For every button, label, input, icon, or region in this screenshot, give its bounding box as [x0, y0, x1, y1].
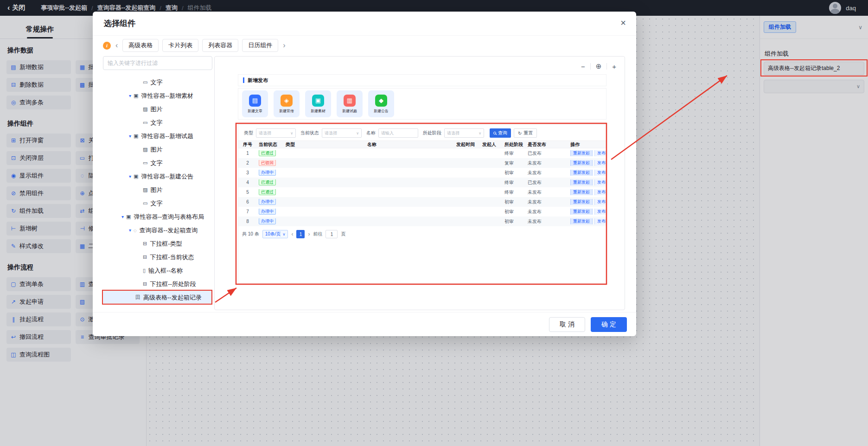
row-actions-cell: 重新发起发布 — [568, 170, 607, 176]
confirm-button[interactable]: 确 定 — [591, 317, 627, 332]
tree-item[interactable]: ▭文字 — [103, 197, 212, 210]
publish-button[interactable]: 发布 — [594, 160, 607, 166]
publish-button[interactable]: 发布 — [594, 179, 607, 185]
page-size-select[interactable]: 10条/页 ∨ — [262, 230, 288, 238]
preview-filter-bar: 类型请选择∨当前状态请选择∨名称请输入所处阶段请选择∨ 查询 ↻ 重置 — [238, 125, 606, 140]
tree-item-label: 高级表格--发起箱记录 — [143, 293, 202, 302]
publish-button[interactable]: 发布 — [594, 150, 607, 156]
publish-button[interactable]: 发布 — [594, 199, 607, 205]
chevron-right-icon[interactable]: › — [283, 41, 285, 50]
close-icon[interactable]: × — [620, 18, 626, 27]
tree-item[interactable]: ▨图片 — [103, 102, 212, 116]
filter-input[interactable]: 请输入 — [378, 128, 418, 138]
publish-button[interactable]: 发布 — [594, 218, 607, 224]
restart-button[interactable]: 重新发起 — [570, 179, 593, 185]
quick-action-new-question[interactable]: ▥新建试题 — [337, 90, 363, 117]
quick-action-new-promo[interactable]: ◈新建宣传 — [274, 90, 300, 117]
restart-button[interactable]: 重新发起 — [570, 189, 593, 195]
tab-高级表格[interactable]: 高级表格 — [122, 39, 159, 52]
tree-item-label: 弹性容器--查询与表格布局 — [134, 213, 204, 221]
current-page[interactable]: 1 — [296, 230, 305, 238]
component-tree-panel: 输入关键字进行过滤 ▭文字▾▣弹性容器--新增素材▨图片▭文字▾▣弹性容器--新… — [103, 56, 212, 310]
filter-select[interactable]: 请选择∨ — [444, 128, 484, 138]
restart-button[interactable]: 重新发起 — [570, 150, 593, 156]
filter-select[interactable]: 请选择∨ — [322, 128, 362, 138]
caret-down-icon[interactable]: ▾ — [121, 214, 124, 219]
tab-卡片列表[interactable]: 卡片列表 — [162, 39, 198, 52]
status-badge: 办理中 — [259, 199, 276, 205]
new-notice-icon: ◆ — [375, 95, 387, 107]
jump-page-input[interactable]: 1 — [326, 230, 338, 238]
prev-page-icon[interactable]: ‹ — [291, 231, 293, 237]
table-cell: 初审 — [503, 199, 526, 205]
tree-item[interactable]: ▨图片 — [103, 183, 212, 197]
quick-action-label: 新建宣传 — [279, 108, 294, 114]
quick-actions: ▤新建文章◈新建宣传▣新建素材▥新建试题◆新建公告 — [238, 88, 606, 120]
table-row: 7办理中初审未发布重新发起发布 — [238, 207, 606, 217]
tree-item[interactable]: ⊟下拉框-类型 — [103, 237, 212, 250]
tree-item[interactable]: ▭文字 — [103, 156, 212, 170]
cancel-button[interactable]: 取 消 — [549, 317, 585, 332]
restart-button[interactable]: 重新发起 — [570, 170, 593, 176]
modal-header: 选择组件 × — [93, 12, 636, 36]
zoom-in-icon[interactable]: + — [612, 63, 616, 70]
tree-item-label: 图片 — [150, 105, 162, 114]
next-page-icon[interactable]: › — [308, 231, 310, 237]
tree-item-label: 图片 — [150, 146, 162, 154]
caret-down-icon[interactable]: ▾ — [129, 174, 131, 179]
tree-item[interactable]: ⊟下拉框-当前状态 — [103, 250, 212, 264]
publish-button[interactable]: 发布 — [594, 170, 607, 176]
restart-button[interactable]: 重新发起 — [570, 209, 593, 215]
image-icon: ▨ — [143, 187, 147, 193]
filter-label: 名称 — [366, 130, 376, 136]
preview-query-button[interactable]: 查询 — [490, 128, 511, 138]
caret-down-icon[interactable]: ▾ — [129, 93, 131, 98]
table-cell: 办理中 — [257, 209, 284, 215]
table-cell: 6 — [238, 199, 257, 204]
zoom-out-icon[interactable]: − — [581, 63, 585, 70]
table-cell: 终审 — [503, 179, 526, 186]
tree-item[interactable]: ▯输入框--名称 — [103, 264, 212, 277]
tree-item[interactable]: ▭文字 — [103, 76, 212, 89]
tree-item[interactable]: ▨图片 — [103, 143, 212, 156]
restart-button[interactable]: 重新发起 — [570, 160, 593, 166]
quick-action-new-material[interactable]: ▣新建素材 — [305, 90, 331, 117]
new-material-icon: ▣ — [312, 95, 324, 107]
quick-action-new-notice[interactable]: ◆新建公告 — [368, 90, 394, 117]
zoom-fit-icon[interactable]: ⊕ — [596, 62, 602, 70]
caret-down-icon[interactable]: ▾ — [129, 134, 131, 139]
chevron-left-icon[interactable]: ‹ — [115, 41, 118, 50]
text-icon: ▭ — [143, 160, 147, 166]
table-cell: 已发布 — [526, 179, 568, 186]
filter-select[interactable]: 请选择∨ — [256, 128, 296, 138]
quick-action-new-article[interactable]: ▤新建文章 — [242, 90, 268, 117]
publish-button[interactable]: 发布 — [594, 189, 607, 195]
restart-button[interactable]: 重新发起 — [570, 218, 593, 224]
select-icon: ⊟ — [143, 241, 147, 247]
tree-item[interactable]: ▾▣弹性容器--查询与表格布局 — [103, 210, 212, 223]
restart-button[interactable]: 重新发起 — [570, 199, 593, 205]
container-icon: ▣ — [134, 133, 138, 139]
tree-item[interactable]: ▾◌查询容器--发起箱查询 — [103, 223, 212, 237]
tree-item[interactable]: ▾▣弹性容器--新增试题 — [103, 129, 212, 143]
select-icon: ⊟ — [143, 254, 147, 260]
status-badge: 办理中 — [259, 170, 276, 176]
table-cell: 办理中 — [257, 170, 284, 176]
tree-item[interactable]: ⊟下拉框--所处阶段 — [103, 277, 212, 291]
tree-item-label: 图片 — [150, 186, 162, 194]
tree-item[interactable]: 田高级表格--发起箱记录 — [103, 291, 212, 304]
chevron-down-icon: ∨ — [356, 131, 359, 135]
preview-reset-button[interactable]: ↻ 重置 — [514, 128, 537, 138]
tab-日历组件[interactable]: 日历组件 — [242, 39, 278, 52]
tab-列表容器[interactable]: 列表容器 — [202, 39, 238, 52]
tree-item[interactable]: ▾▣弹性容器--新增素材 — [103, 89, 212, 102]
tree-item[interactable]: ▭文字 — [103, 116, 212, 129]
publish-button[interactable]: 发布 — [594, 209, 607, 215]
tree-item[interactable]: ▾▣弹性容器--新建公告 — [103, 170, 212, 183]
image-icon: ▨ — [143, 147, 147, 153]
tree-search-input[interactable]: 输入关键字进行过滤 — [103, 56, 212, 70]
preview-panel: − ⊕ + 新增发布 ▤新建文章◈新建宣传▣新建素材▥新建试题◆新建公告 类型请… — [214, 56, 625, 310]
row-actions-cell: 重新发起发布 — [568, 218, 607, 224]
placeholder: 请输入 — [381, 130, 394, 136]
caret-down-icon[interactable]: ▾ — [129, 228, 131, 233]
